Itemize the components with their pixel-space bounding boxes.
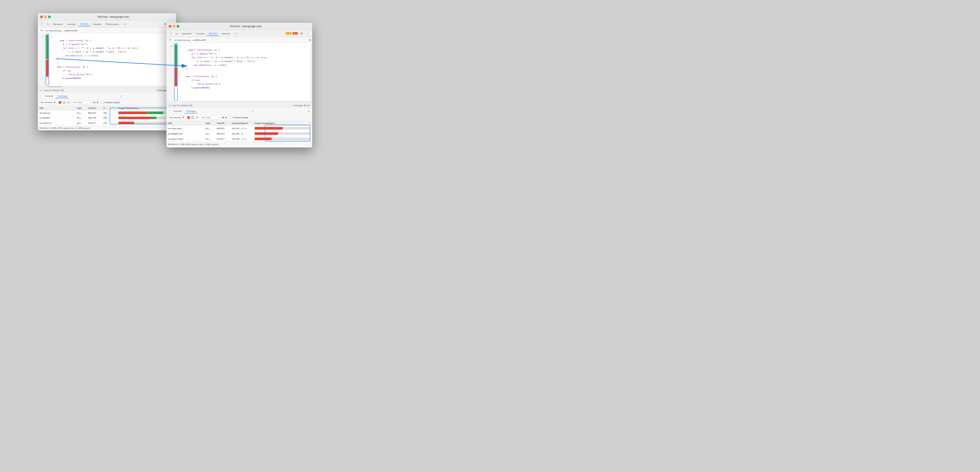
left-col-vis-header: Usage Visualization — [118, 107, 175, 109]
left-table-row-3[interactable]: /rs=AA2YrTs JS (... 216 877 155 ... — [38, 120, 176, 125]
right-table-row-3[interactable]: /rs=AA2YrTsw5 JS (... 216,877 152,739 70… — [167, 136, 312, 142]
left-row1-vis — [118, 111, 175, 114]
right-all-dropdown[interactable]: All ▼ — [220, 116, 229, 119]
device-icon[interactable]: ▭ — [45, 21, 51, 27]
right-collapse-icon[interactable]: ◁ — [309, 38, 311, 42]
left-download-icon[interactable]: ⬇ — [67, 101, 70, 103]
right-code-line-11: throw Error("B"); — [180, 82, 308, 86]
right-device-icon[interactable]: ▭ — [174, 31, 179, 36]
right-file-tab[interactable]: m=cdos,hsm,jsa,...c,dtl0hd,eHDfl × — [172, 38, 212, 42]
cursor-icon[interactable]: ⬚ — [39, 21, 45, 27]
right-devtools-window: DevTools - www.google.com/ ⬚ ▭ Elements … — [167, 23, 312, 147]
left-all-dropdown[interactable]: All ▼ — [92, 101, 100, 104]
left-panel-area: ⋮ Console Coverage × × Per function ▼ ⬇ … — [38, 93, 176, 130]
right-tab-sources[interactable]: Sources — [207, 31, 219, 35]
right-cursor-icon[interactable]: ⬚ — [168, 31, 173, 36]
left-content-scripts-label[interactable]: Content scripts — [102, 101, 120, 103]
right-code-line-6: _.aa.call(this, c + a[d]) — [180, 63, 308, 67]
right-tab-elements[interactable]: Elements — [180, 32, 193, 35]
right-scrollbar[interactable] — [310, 43, 312, 101]
right-all-label: All — [221, 116, 224, 119]
right-panel-right-close[interactable]: × — [308, 109, 310, 112]
left-file-tab-close[interactable]: × — [79, 29, 81, 32]
right-minimize-button[interactable] — [173, 25, 175, 28]
right-panel-close[interactable]: × — [250, 109, 255, 113]
left-file-tab-bar: ⊟ m=cdos,hsm,jsa,...c,dtl0hd,eHDfl × — [38, 28, 176, 33]
right-coverage-gutter — [174, 43, 178, 101]
right-row2-vis-used — [255, 132, 278, 135]
left-line-status: Line 22, Column 129 — [43, 89, 64, 91]
right-panel-dots[interactable]: ⋮ — [168, 109, 171, 113]
left-row3-url: /rs=AA2YrTs — [39, 122, 77, 124]
tab-more[interactable]: >> — [121, 22, 128, 26]
right-tab-console[interactable]: Console — [194, 32, 206, 35]
right-code-line-7: } — [180, 67, 308, 71]
left-clear-icon[interactable] — [63, 101, 65, 103]
right-maximize-button[interactable] — [177, 25, 179, 28]
tab-elements[interactable]: Elements — [51, 22, 65, 26]
code-line-5: c += a[e] + (e < b.length ? b[e] : "%s")… — [51, 50, 172, 54]
tab-performance[interactable]: Performance — [104, 22, 121, 26]
tab-sources[interactable]: Sources — [78, 22, 91, 26]
right-content-scripts-label[interactable]: Content scripts — [230, 116, 248, 119]
left-table-header: URL Type Total B... U... Usage Visualiza… — [38, 106, 176, 111]
right-error-badge: ✖ 2 — [293, 32, 298, 35]
right-file-tab-bar: ⊟ m=cdos,hsm,jsa,...c,dtl0hd,eHDfl × ◁ — [167, 37, 312, 43]
left-title-bar: DevTools - www.google.com/ — [38, 13, 176, 21]
right-settings-icon[interactable]: ⚙ — [299, 31, 304, 36]
maximize-button[interactable] — [48, 16, 51, 18]
minimize-button[interactable] — [44, 16, 47, 18]
left-table-row-2[interactable]: /m=B2qlPe, JS (... 498 764 293 ... — [38, 116, 176, 120]
left-table-row-1[interactable]: /m=cdos,hs JS (... 869 281 435 ... — [38, 110, 176, 115]
right-tab-more[interactable]: >> — [233, 32, 239, 35]
right-row3-vis — [255, 138, 311, 140]
left-file-tab[interactable]: m=cdos,hsm,jsa,...c,dtl0hd,eHDfl × — [43, 29, 83, 33]
left-url-filter[interactable] — [71, 101, 90, 104]
left-panel-dots[interactable]: ⋮ — [39, 94, 42, 98]
right-tab-console[interactable]: Console — [172, 109, 183, 113]
right-content-scripts-checkbox[interactable] — [230, 116, 233, 119]
right-col-url-header: URL — [168, 122, 205, 124]
left-devtools-window: DevTools - www.google.com/ ⬚ ▭ Elements … — [38, 13, 176, 130]
left-row3-vis-used — [118, 122, 134, 124]
right-tab-coverage[interactable]: Coverage — [185, 109, 197, 113]
close-button[interactable] — [40, 16, 43, 18]
left-content-scripts-checkbox[interactable] — [102, 101, 104, 104]
left-file-tab-label: m=cdos,hsm,jsa,...c,dtl0hd,eHDfl — [46, 30, 78, 32]
left-per-function-chevron: ▼ — [54, 101, 56, 103]
left-code-content: ; _.aaa = function(a, b) { a = a.split("… — [49, 33, 174, 86]
left-row1-type: JS (... — [77, 112, 88, 114]
left-panel-close[interactable]: × — [118, 94, 123, 98]
right-col-vis-header: Usage Visualization — [255, 122, 311, 124]
left-row2-type: JS (... — [77, 117, 88, 119]
right-brackets-icon: { } — [169, 104, 171, 106]
tab-console[interactable]: Console — [65, 22, 78, 26]
left-row3-type: JS (... — [77, 122, 88, 124]
left-col-type-header: Type — [77, 107, 88, 109]
right-per-function-btn[interactable]: Per function ▼ — [168, 115, 186, 119]
right-title-bar: DevTools - www.google.com/ — [167, 23, 312, 30]
right-per-function-label: Per function — [170, 116, 181, 119]
sidebar-toggle-icon[interactable]: ⊟ — [39, 29, 43, 33]
left-tab-console[interactable]: Console — [43, 94, 55, 98]
right-clear-icon[interactable] — [191, 116, 194, 119]
left-tab-coverage[interactable]: Coverage — [56, 94, 69, 98]
right-file-tab-close[interactable]: × — [207, 38, 210, 41]
left-col-unused-header: U... — [103, 107, 118, 109]
right-url-filter[interactable] — [200, 116, 219, 119]
right-table-row-2[interactable]: /m=B2qlPe,DhI JS (... 499,102 291,129 58… — [167, 131, 312, 136]
right-table-row-1[interactable]: /m=cdos,hsm,j JS (... 869,281 434,192 49… — [167, 126, 312, 131]
code-line-6: _.aa.call(this, c + a[d]) — [51, 54, 172, 57]
left-per-function-btn[interactable]: Per function ▼ — [39, 100, 57, 104]
right-sidebar-toggle[interactable]: ⊟ — [168, 38, 172, 42]
right-status-bar: { } Line 22, Column 130 Coverage: 50.1% — [167, 102, 312, 108]
tab-network[interactable]: Network — [91, 22, 103, 26]
left-record-icon[interactable] — [59, 101, 61, 103]
left-col-url-header: URL — [39, 107, 77, 109]
left-line-numbers: 22 — [38, 33, 45, 86]
right-download-icon[interactable]: ⬇ — [196, 116, 198, 119]
right-tab-network[interactable]: Network — [220, 32, 232, 35]
right-record-icon[interactable] — [187, 116, 190, 119]
right-more-options-icon[interactable]: ⋮ — [305, 31, 311, 36]
right-close-button[interactable] — [169, 25, 172, 28]
